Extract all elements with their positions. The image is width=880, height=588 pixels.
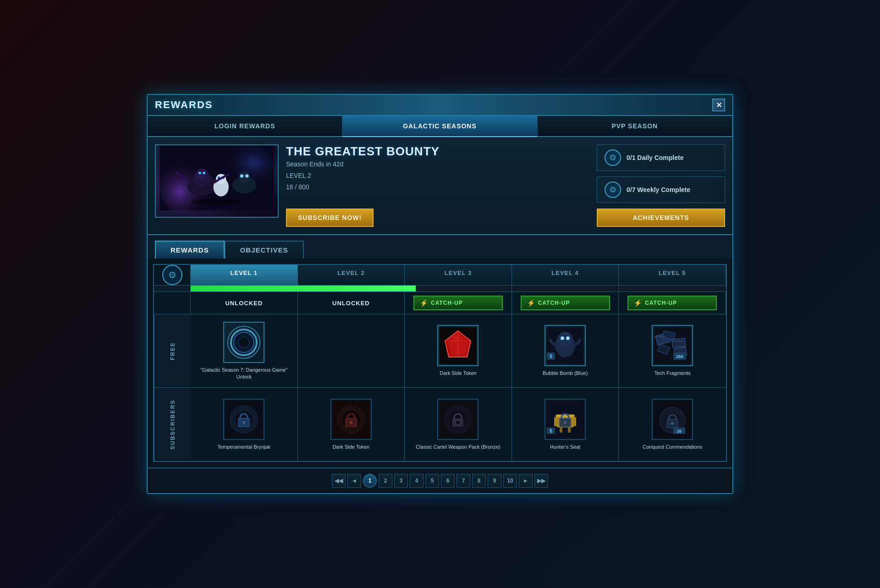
sub-reward-3-name: Classic Cartel Weapon Pack (Bronze) [416, 444, 500, 450]
rewards-grid-container: ⚙ LEVEL 1 LEVEL 2 LEVEL 3 LEVEL 4 LEVEL … [148, 258, 732, 467]
tab-pvp-season[interactable]: PVP SEASON [538, 116, 732, 136]
page-7-button[interactable]: 7 [456, 474, 470, 488]
sub-tab-objectives[interactable]: OBJECTIVES [225, 241, 304, 258]
level2-header[interactable]: LEVEL 2 [298, 265, 405, 285]
weekly-completion-row: ⚙ 0/7 Weekly Complete [597, 176, 725, 203]
level1-header[interactable]: LEVEL 1 [191, 265, 298, 285]
lightning-icon-5: ⚡ [634, 299, 642, 307]
season-ends: Season Ends in 42d LEVEL 2 18 / 800 [286, 159, 589, 193]
subscribers-label: SUBSCRIBERS [154, 388, 191, 461]
reward-frame-5: 250 [652, 325, 693, 366]
page-1-button[interactable]: 1 [363, 474, 377, 488]
svg-point-58 [350, 421, 352, 424]
sub-reward-level1: Temperamental Brynjak [191, 388, 298, 461]
rewards-modal: REWARDS ✕ LOGIN REWARDS GALACTIC SEASONS… [147, 94, 733, 494]
season-info: THE GREATEST BOUNTY Season Ends in 42d L… [286, 144, 589, 227]
free-reward-level4: 5 Bubble Bomb (Blue) [512, 314, 619, 387]
free-reward-5-name: Tech Fragments [654, 370, 691, 376]
page-5-button[interactable]: 5 [425, 474, 439, 488]
lightning-icon-3: ⚡ [420, 299, 428, 307]
svg-rect-42 [672, 338, 685, 347]
daily-completion-row: ⚙ 0/1 Daily Complete [597, 144, 725, 171]
season-header: THE GREATEST BOUNTY Season Ends in 42d L… [148, 137, 732, 235]
page-3-button[interactable]: 3 [394, 474, 408, 488]
svg-point-63 [456, 421, 459, 424]
level5-catchup-button[interactable]: ⚡ CATCH-UP [627, 296, 717, 310]
grid-corner-cell: ⚙ [154, 265, 191, 285]
reward-frame-1 [223, 322, 264, 363]
svg-point-15 [240, 174, 243, 177]
page-4-button[interactable]: 4 [410, 474, 424, 488]
free-reward-level3: Dark Side Token [405, 314, 512, 387]
svg-point-6 [196, 168, 208, 180]
prev-page-button[interactable]: ◄ [347, 474, 361, 488]
svg-point-36 [567, 337, 569, 339]
page-8-button[interactable]: 8 [472, 474, 486, 488]
svg-point-14 [238, 171, 250, 183]
subscriber-rewards-row: SUBSCRIBERS Temper [154, 388, 726, 461]
level3-catchup-button[interactable]: ⚡ CATCH-UP [413, 296, 503, 310]
svg-point-32 [558, 332, 572, 346]
rewards-grid: ⚙ LEVEL 1 LEVEL 2 LEVEL 3 LEVEL 4 LEVEL … [153, 264, 727, 462]
grid-gear-icon: ⚙ [162, 265, 182, 285]
next-page-button[interactable]: ► [519, 474, 533, 488]
page-6-button[interactable]: 6 [441, 474, 455, 488]
svg-text:5: 5 [550, 354, 552, 359]
svg-point-20 [238, 337, 249, 348]
page-2-button[interactable]: 2 [379, 474, 392, 488]
sub-reward-level4: 5 Hunter's Seat [512, 388, 619, 461]
subscribe-button[interactable]: SUBSCRIBE NOW! [286, 209, 374, 227]
level5-status[interactable]: ⚡ CATCH-UP [619, 292, 726, 314]
reward-frame-4: 5 [544, 325, 586, 366]
level4-header[interactable]: LEVEL 4 [512, 265, 619, 285]
weekly-text: 0/7 Weekly Complete [627, 186, 690, 193]
sub-reward-frame-2 [330, 399, 372, 440]
sub-tab-rewards[interactable]: REWARDS [155, 241, 225, 258]
sub-reward-2-name: Dark Side Token [333, 444, 370, 450]
level4-status[interactable]: ⚡ CATCH-UP [512, 292, 619, 314]
free-reward-1-name: "Galactic Season 7: Dangerous Game" Unlo… [194, 367, 294, 380]
sub-reward-frame-5: 20 [652, 399, 693, 440]
status-row: UNLOCKED UNLOCKED ⚡ CATCH-UP ⚡ CATCH-UP [154, 292, 726, 314]
svg-point-8 [203, 172, 205, 175]
season-completion-panel: ⚙ 0/1 Daily Complete ⚙ 0/7 Weekly Comple… [597, 144, 725, 227]
first-page-button[interactable]: ◀◀ [332, 474, 346, 488]
sub-reward-level3: Classic Cartel Weapon Pack (Bronze) [405, 388, 512, 461]
pagination: ◀◀ ◄ 1 2 3 4 5 6 7 8 9 10 ► ▶▶ [148, 467, 732, 493]
free-reward-level2 [298, 314, 405, 387]
modal-titlebar: REWARDS ✕ [148, 95, 732, 116]
tab-login-rewards[interactable]: LOGIN REWARDS [148, 116, 342, 136]
level3-header[interactable]: LEVEL 3 [405, 265, 512, 285]
level2-status: UNLOCKED [298, 292, 405, 314]
svg-point-35 [561, 337, 563, 339]
page-10-button[interactable]: 10 [503, 474, 517, 488]
season-image [155, 144, 279, 218]
status-spacer [154, 292, 191, 314]
level5-header[interactable]: LEVEL 5 [619, 265, 726, 285]
svg-point-16 [245, 174, 248, 177]
reward-frame-3 [437, 325, 478, 366]
sub-reward-5-name: Conquest Commendations [643, 444, 702, 450]
sub-reward-1-name: Temperamental Brynjak [218, 444, 271, 450]
svg-rect-70 [572, 417, 576, 426]
level4-catchup-button[interactable]: ⚡ CATCH-UP [521, 296, 610, 310]
level3-status[interactable]: ⚡ CATCH-UP [405, 292, 512, 314]
free-reward-3-name: Dark Side Token [440, 370, 477, 376]
main-tab-bar: LOGIN REWARDS GALACTIC SEASONS PVP SEASO… [148, 116, 732, 137]
svg-rect-68 [568, 427, 571, 433]
sub-reward-frame-3 [437, 399, 478, 440]
free-rewards-row: FREE "Galactic Season 7: Dangerou [154, 314, 726, 388]
close-button[interactable]: ✕ [712, 99, 725, 111]
modal-title: REWARDS [155, 99, 213, 111]
sub-tab-bar: REWARDS OBJECTIVES [148, 235, 732, 258]
svg-text:250: 250 [676, 354, 683, 359]
sub-reward-frame-1 [223, 399, 264, 440]
season-artwork [156, 145, 278, 217]
achievements-button[interactable]: ACHIEVEMENTS [597, 209, 725, 227]
tab-galactic-seasons[interactable]: GALACTIC SEASONS [342, 116, 537, 137]
page-9-button[interactable]: 9 [488, 474, 501, 488]
level1-status: UNLOCKED [191, 292, 298, 314]
sub-reward-level5: 20 Conquest Commendations [619, 388, 726, 461]
last-page-button[interactable]: ▶▶ [534, 474, 548, 488]
lightning-icon-4: ⚡ [527, 299, 535, 307]
